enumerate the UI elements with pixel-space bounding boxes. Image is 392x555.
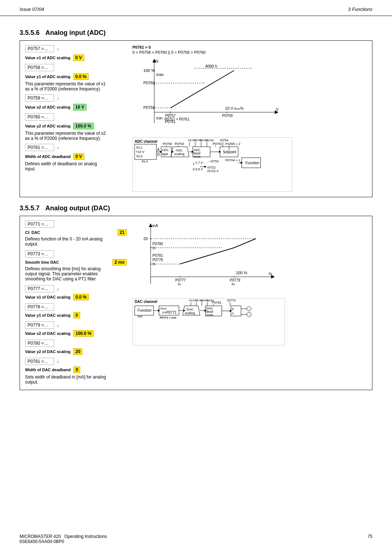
svg-text:P0760: P0760 [143, 81, 155, 85]
param-p0758-value: 0.0 % [73, 73, 89, 80]
svg-text:P0771 = xxx: P0771 = xxx [160, 316, 176, 319]
dac-param-list: P0771 =… CI: DAC 21 Defines function of … [25, 220, 127, 385]
param-p0773-desc: Defines smoothing time [ms] for analog o… [25, 266, 112, 281]
param-p0779-value: 100.0 % [73, 330, 94, 337]
adc-section-title: Analog input (ADC) [45, 29, 106, 37]
svg-text:r0774: r0774 [227, 299, 236, 302]
param-p0759: P0759 =… [25, 94, 54, 102]
footer-left: MICROMASTER 420 Operating Instructions 6… [20, 534, 107, 544]
svg-text:Function: Function [245, 161, 259, 165]
param-p0779: P0779 =… [25, 321, 54, 329]
adc-graph-note2: 0 < P0758 < P0760 || 0 > P0758 > P0760 [132, 50, 367, 54]
svg-text:ADC channel: ADC channel [135, 139, 157, 143]
svg-text:y₁: y₁ [152, 262, 156, 266]
dac-flow-svg: DAC channel Function xxx r0xxx >>P0771 P… [132, 298, 285, 345]
param-p0760-desc: This parameter represents the value of x… [25, 131, 109, 141]
svg-text:mA: mA [152, 223, 158, 228]
svg-text:scaling: scaling [185, 311, 195, 315]
header-right: 3 Functions [348, 7, 372, 12]
header-left: Issue 07/04 [20, 7, 44, 12]
param-p0758-desc: This parameter represents the value of x… [25, 81, 109, 92]
svg-text:P0759: P0759 [222, 114, 233, 118]
svg-text:KL4: KL4 [142, 159, 148, 163]
param-p0759-label: Value x2 of ADC scaling [25, 105, 70, 109]
dac-section-number: 3.5.5.7 [20, 204, 40, 212]
svg-text:zone: zone [206, 313, 213, 317]
svg-text:min: min [156, 116, 163, 120]
svg-text:20: 20 [143, 236, 148, 241]
svg-text:%: % [155, 59, 159, 63]
footer-right: 75 [368, 534, 372, 544]
param-p0761-label: Width of ADC deadband [25, 154, 70, 159]
svg-text:0: 0 [193, 167, 195, 171]
svg-text:A: A [232, 312, 234, 315]
param-p0761: P0761 =… [25, 144, 54, 151]
svg-text:1.7 V: 1.7 V [195, 161, 203, 165]
svg-text:P0753: P0753 [175, 142, 184, 146]
svg-text:type: type [162, 152, 168, 156]
svg-text:P0758: P0758 [143, 105, 155, 110]
param-p0778: P0778 =… [25, 303, 54, 311]
svg-line-98 [180, 248, 234, 264]
adc-right-panel: P0761 > 0 0 < P0758 < P0760 || 0 > P0758… [132, 45, 367, 192]
svg-text:4000 h: 4000 h [205, 64, 217, 68]
param-p0761-desc: Defines width of deadband on analog inpu… [25, 161, 109, 171]
svg-text:P0781: P0781 [212, 301, 221, 304]
param-p0773-label: Smooth time DAC [25, 260, 59, 264]
param-p0777-value: 0.0 % [73, 294, 89, 300]
svg-text:P1000 = 2: P1000 = 2 [225, 142, 240, 146]
svg-text:100 %: 100 % [143, 68, 155, 73]
svg-text:P0760: P0760 [205, 139, 214, 142]
param-p0771-label: CI: DAC [25, 230, 40, 235]
param-p0758-label: Value y1 of ADC scaling [25, 74, 70, 79]
svg-text:x₁₀₀%: x₁₀₀% [234, 106, 244, 110]
svg-line-99 [234, 239, 256, 248]
svg-text:r0xxx: r0xxx [160, 307, 167, 310]
dac-right-panel: mA 20 P0780 y₂ P0781 P0778 y₁ [132, 220, 367, 385]
param-p0781-label: Width of DAC deadband [25, 368, 71, 372]
svg-text:r0754: r0754 [220, 138, 228, 142]
param-p0758: P0758 =… [25, 64, 54, 71]
svg-text:r0722.3: r0722.3 [207, 169, 219, 173]
svg-text:3.9 V: 3.9 V [195, 167, 203, 171]
param-p0761-value: 0 V [73, 153, 84, 160]
svg-text:P0761: P0761 [165, 120, 176, 124]
param-p0781: P0781 =… [25, 358, 54, 365]
svg-text:ADC: ADC [162, 148, 169, 152]
param-p0759-value: 10 V [73, 104, 87, 110]
dac-section-title: Analog output (DAC) [45, 204, 110, 212]
adc-diagram-box: P0757 =… ↓ Value x1 of ADC scaling 0 V P… [20, 40, 372, 197]
svg-text:DAC: DAC [187, 308, 194, 311]
adc-section-number: 3.5.5.6 [20, 29, 40, 37]
svg-text:100 %: 100 % [236, 271, 247, 275]
svg-text:10 V: 10 V [225, 106, 233, 110]
dac-graph-svg: mA 20 P0780 y₂ P0781 P0778 y₁ [132, 220, 285, 297]
svg-text:zone: zone [193, 155, 201, 158]
svg-text:%: % [269, 272, 272, 276]
svg-text:DAC channel: DAC channel [135, 300, 157, 304]
svg-text:P0704 = x: P0704 = x [225, 158, 240, 162]
param-p0781-value: 0 [73, 366, 80, 373]
param-p0757: P0757 =… [25, 45, 54, 52]
svg-text:1: 1 [193, 162, 195, 166]
param-p0778-label: Value y1 of DAC scaling [25, 313, 70, 317]
param-p0780: P0780 =… [25, 340, 54, 347]
param-p0760: P0760 =… [25, 113, 54, 121]
param-p0773: P0773 =… [25, 250, 54, 258]
page-footer: MICROMASTER 420 Operating Instructions 6… [20, 534, 372, 544]
svg-point-143 [247, 312, 251, 317]
svg-text:P0756: P0756 [163, 142, 172, 146]
svg-text:xxx: xxx [138, 315, 143, 318]
svg-text:r0722: r0722 [207, 166, 216, 169]
adc-graph-note1: P0761 > 0 [132, 45, 367, 49]
param-p0779-label: Value x2 of DAC scaling [25, 331, 70, 336]
svg-text:V: V [276, 107, 279, 112]
svg-text:scaling: scaling [174, 152, 184, 156]
param-p0771-value: 21 [118, 229, 127, 236]
param-p0780-label: Value y2 of DAC scaling [25, 349, 70, 354]
param-p0757-value: 0 V [73, 54, 84, 61]
svg-text:Function: Function [138, 308, 151, 312]
svg-text:P0781: P0781 [152, 254, 163, 258]
param-p0771-desc: Defines function of the 0 - 20 mA analog… [25, 236, 112, 247]
svg-text:Setpoint: Setpoint [223, 150, 236, 154]
